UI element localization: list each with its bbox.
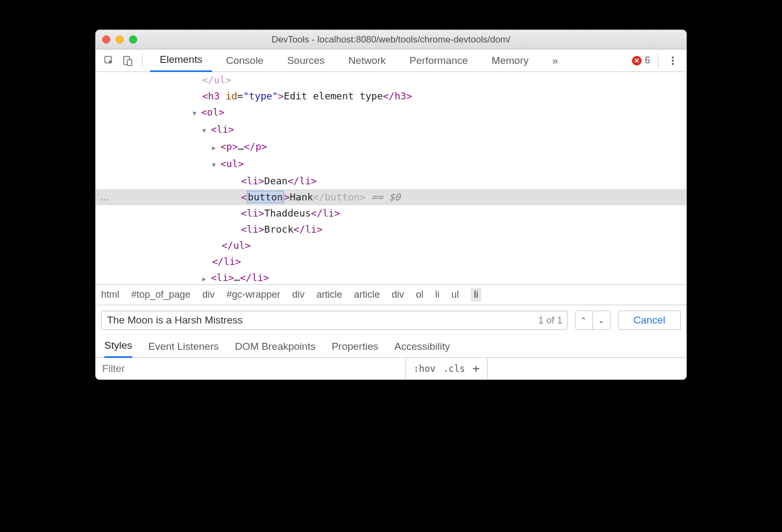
chevron-down-icon[interactable]	[193, 105, 199, 121]
search-stepper: ⌃ ⌄	[575, 311, 610, 330]
dom-node[interactable]: </li>	[96, 254, 686, 270]
search-result-count: 1 of 1	[534, 315, 567, 326]
dom-node[interactable]: <p>…</p>	[96, 139, 686, 156]
tab-sources[interactable]: Sources	[278, 49, 335, 72]
error-icon: ✕	[632, 56, 642, 66]
breadcrumb-item[interactable]: article	[316, 289, 342, 300]
tag-name-edit-input[interactable]: button	[247, 191, 284, 203]
breadcrumb-item[interactable]: html	[101, 289, 119, 300]
plus-icon: +	[473, 362, 480, 375]
main-toolbar: Elements Console Sources Network Perform…	[96, 49, 686, 72]
dom-node[interactable]: <li>Brock</li>	[96, 221, 686, 238]
window-title: DevTools - localhost:8080/web/tools/chro…	[96, 34, 686, 45]
breadcrumb-item[interactable]: div	[292, 289, 304, 300]
chevron-down-icon: ⌄	[598, 316, 605, 325]
dom-node[interactable]: </ul>	[96, 72, 686, 88]
chevron-right-icon[interactable]	[202, 271, 209, 284]
tab-dom-breakpoints[interactable]: DOM Breakpoints	[235, 335, 316, 358]
breadcrumb-item[interactable]: #gc-wrapper	[226, 289, 280, 300]
dom-node-selected[interactable]: …<button>Hank</button> == $0	[96, 189, 686, 205]
dom-node[interactable]: </ul>	[96, 238, 686, 254]
svg-point-3	[672, 56, 674, 59]
device-toolbar-icon[interactable]	[120, 54, 134, 68]
breadcrumb-item[interactable]: ol	[416, 289, 423, 300]
separator	[142, 54, 143, 68]
breadcrumb: html #top_of_page div #gc-wrapper div ar…	[96, 284, 686, 305]
tab-console[interactable]: Console	[216, 49, 273, 72]
cancel-button[interactable]: Cancel	[618, 311, 681, 330]
tab-memory[interactable]: Memory	[482, 49, 538, 72]
titlebar: DevTools - localhost:8080/web/tools/chro…	[96, 30, 686, 49]
separator	[658, 54, 658, 68]
search-input[interactable]	[102, 314, 534, 326]
minimize-icon[interactable]	[116, 35, 124, 44]
search-prev-button[interactable]: ⌃	[575, 311, 593, 329]
breadcrumb-item[interactable]: article	[354, 289, 380, 300]
dom-node[interactable]: <li>	[96, 121, 686, 139]
breadcrumb-item[interactable]: #top_of_page	[131, 289, 190, 300]
chevron-down-icon[interactable]	[212, 157, 218, 173]
chevron-right-icon[interactable]	[212, 140, 218, 156]
tab-accessibility[interactable]: Accessibility	[394, 335, 450, 358]
dom-node[interactable]: <li>Dean</li>	[96, 173, 686, 189]
dom-tree[interactable]: </ul> <h3 id="type">Edit element type</h…	[96, 72, 686, 284]
breadcrumb-item[interactable]: ul	[451, 289, 459, 300]
breadcrumb-item-current[interactable]: li	[471, 288, 481, 301]
add-rule-button[interactable]: +	[473, 362, 480, 375]
chevron-down-icon[interactable]	[202, 123, 209, 139]
hidden-attributes-icon[interactable]: …	[100, 189, 110, 205]
tab-properties[interactable]: Properties	[332, 335, 379, 358]
kebab-menu-icon[interactable]	[666, 54, 680, 68]
traffic-lights	[102, 35, 137, 44]
dom-node[interactable]: <li>…</li>	[96, 270, 686, 284]
search-next-button[interactable]: ⌄	[593, 311, 610, 329]
search-bar: 1 of 1 ⌃ ⌄ Cancel	[96, 305, 686, 335]
tab-styles[interactable]: Styles	[104, 335, 132, 358]
styles-tabs: Styles Event Listeners DOM Breakpoints P…	[96, 335, 686, 358]
breadcrumb-item[interactable]: li	[435, 289, 439, 300]
breadcrumb-item[interactable]: div	[202, 289, 215, 300]
chevron-up-icon: ⌃	[580, 316, 587, 325]
styles-filter-bar: :hov .cls +	[96, 358, 686, 379]
error-count-text: 6	[645, 55, 650, 66]
tab-performance[interactable]: Performance	[400, 49, 478, 72]
svg-point-5	[672, 63, 674, 65]
styles-side-gutter	[487, 358, 686, 379]
dom-node[interactable]: <ul>	[96, 156, 686, 173]
tab-more[interactable]: »	[543, 49, 568, 72]
devtools-window: DevTools - localhost:8080/web/tools/chro…	[95, 30, 687, 380]
dom-node[interactable]: <h3 id="type">Edit element type</h3>	[96, 88, 686, 104]
inspect-element-icon[interactable]	[102, 54, 116, 68]
dom-node[interactable]: <li>Thaddeus</li>	[96, 205, 686, 221]
filter-input[interactable]	[96, 358, 406, 379]
svg-rect-2	[127, 60, 132, 66]
tab-network[interactable]: Network	[339, 49, 396, 72]
svg-point-4	[672, 60, 674, 62]
tab-elements[interactable]: Elements	[150, 49, 212, 72]
dom-node[interactable]: <ol>	[96, 104, 686, 121]
styles-tools: :hov .cls +	[406, 358, 487, 379]
tab-event-listeners[interactable]: Event Listeners	[148, 335, 219, 358]
close-icon[interactable]	[102, 35, 110, 44]
cls-toggle[interactable]: .cls	[443, 363, 465, 374]
error-count[interactable]: ✕ 6	[632, 55, 650, 66]
search-box: 1 of 1	[101, 311, 567, 330]
hov-toggle[interactable]: :hov	[414, 363, 436, 374]
breadcrumb-item[interactable]: div	[392, 289, 404, 300]
zoom-icon[interactable]	[129, 35, 137, 44]
